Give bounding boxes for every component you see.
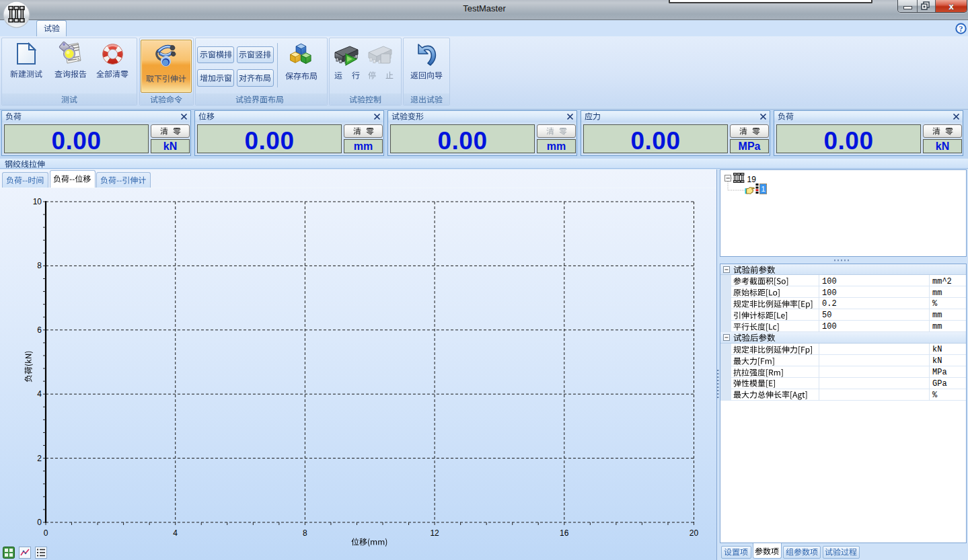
svg-text:?: ? [959,24,963,34]
svg-text:x: x [948,1,954,11]
